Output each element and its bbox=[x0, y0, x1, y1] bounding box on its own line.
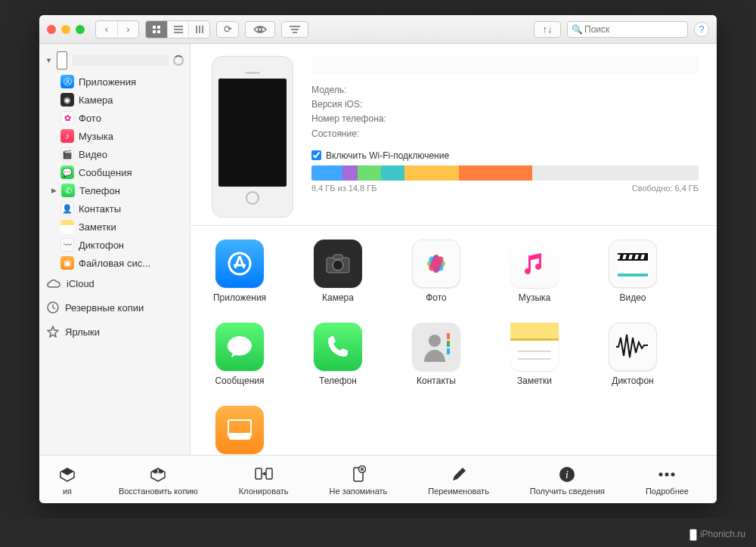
storage-free: Свободно: 6,4 ГБ bbox=[632, 184, 699, 193]
action-clone[interactable]: Клонировать bbox=[239, 464, 289, 496]
main-pane: Модель: Версия iOS: Номер телефона: Сост… bbox=[191, 44, 717, 455]
filesystem-icon bbox=[215, 406, 264, 454]
tile-contacts[interactable]: Контакты bbox=[405, 323, 467, 386]
titlebar: ‹ › ⟳ ↑↓ 🔍 ? bbox=[39, 15, 717, 44]
action-label: ия bbox=[63, 487, 72, 496]
tile-label: Фото bbox=[426, 292, 447, 303]
sidebar-item-contacts[interactable]: 👤Контакты bbox=[47, 199, 190, 218]
tile-apps[interactable]: Приложения bbox=[209, 240, 271, 303]
sidebar-item-music[interactable]: ♪Музыка bbox=[47, 127, 190, 145]
tile-camera[interactable]: Камера bbox=[307, 240, 369, 303]
loading-spinner-icon bbox=[173, 55, 184, 66]
tile-label: Сообщения bbox=[215, 375, 264, 386]
svg-rect-18 bbox=[333, 255, 342, 259]
tile-notes[interactable]: Заметки bbox=[503, 323, 565, 386]
search-container: 🔍 bbox=[567, 21, 688, 38]
tile-filesystem[interactable]: Файловая сист bbox=[209, 406, 271, 455]
section-label: iCloud bbox=[67, 278, 94, 289]
tile-label: Видео bbox=[619, 292, 646, 303]
clone-icon bbox=[253, 464, 274, 485]
filesystem-icon: ▣ bbox=[60, 256, 74, 270]
svg-rect-32 bbox=[618, 274, 648, 277]
phone-call-icon: ✆ bbox=[61, 184, 75, 197]
tile-phone[interactable]: Телефон bbox=[307, 323, 369, 386]
close-button[interactable] bbox=[47, 25, 56, 34]
zoom-button[interactable] bbox=[76, 25, 85, 34]
svg-point-10 bbox=[259, 27, 262, 31]
transfer-button[interactable]: ↑↓ bbox=[534, 21, 561, 38]
action-restore-backup-cut[interactable]: ия bbox=[57, 464, 78, 496]
sidebar-item-messages[interactable]: 💬Сообщения bbox=[47, 163, 190, 181]
section-label: Резервные копии bbox=[65, 302, 144, 314]
action-get-info[interactable]: i Получить сведения bbox=[530, 464, 605, 496]
tile-label: Музыка bbox=[519, 292, 550, 303]
help-button[interactable]: ? bbox=[694, 22, 709, 37]
tile-voice[interactable]: Диктофон bbox=[602, 323, 664, 386]
camera-icon bbox=[314, 240, 362, 288]
device-image bbox=[212, 56, 293, 218]
section-bookmarks[interactable]: Ярлыки bbox=[39, 320, 190, 344]
action-label: Получить сведения bbox=[530, 487, 605, 496]
tile-video[interactable]: Видео bbox=[602, 240, 664, 303]
notes-icon bbox=[510, 323, 559, 371]
action-label: Клонировать bbox=[239, 487, 289, 496]
sidebar-item-label: Диктофон bbox=[79, 240, 124, 251]
tile-photos[interactable]: Фото bbox=[405, 240, 467, 303]
photos-icon: ✿ bbox=[60, 111, 74, 125]
sidebar-item-apps[interactable]: ⒶПриложения bbox=[47, 73, 190, 91]
svg-rect-0 bbox=[153, 26, 156, 29]
svg-point-33 bbox=[429, 335, 441, 347]
appstore-icon bbox=[215, 240, 264, 288]
tile-messages[interactable]: Сообщения bbox=[209, 323, 271, 386]
sidebar-item-label: Приложения bbox=[79, 76, 136, 88]
view-list[interactable] bbox=[167, 21, 188, 38]
device-tree: ⒶПриложения ◉Камера ✿Фото ♪Музыка 🎬Видео… bbox=[47, 73, 190, 272]
section-backups[interactable]: Резервные копии bbox=[39, 295, 190, 320]
quicklook-button[interactable] bbox=[245, 21, 275, 38]
view-icon-grid[interactable] bbox=[146, 21, 167, 38]
label-phone: Номер телефона: bbox=[311, 112, 402, 126]
section-label: Ярлыки bbox=[65, 326, 100, 338]
sidebar-item-photos[interactable]: ✿Фото bbox=[47, 109, 190, 127]
action-restore-copy[interactable]: Восстановить копию bbox=[119, 464, 198, 496]
refresh-button[interactable]: ⟳ bbox=[216, 21, 239, 38]
no-remember-icon bbox=[348, 464, 369, 485]
camera-icon: ◉ bbox=[60, 93, 74, 107]
sidebar-item-voice[interactable]: 〰Диктофон bbox=[47, 236, 190, 254]
sidebar-item-phone[interactable]: ▶✆Телефон bbox=[47, 181, 190, 199]
minimize-button[interactable] bbox=[61, 25, 70, 34]
tile-label: Контакты bbox=[417, 375, 456, 386]
messages-icon bbox=[215, 323, 264, 371]
action-no-remember[interactable]: Не запоминать bbox=[330, 464, 388, 496]
view-columns[interactable] bbox=[188, 21, 209, 38]
action-more[interactable]: Подробнее bbox=[646, 464, 689, 496]
svg-rect-38 bbox=[510, 338, 559, 341]
back-button[interactable]: ‹ bbox=[96, 21, 117, 38]
video-icon bbox=[609, 240, 657, 288]
info-icon: i bbox=[556, 464, 578, 485]
svg-text:i: i bbox=[565, 469, 569, 481]
tile-music[interactable]: Музыка bbox=[503, 240, 565, 303]
svg-rect-1 bbox=[157, 26, 160, 29]
appstore-icon: Ⓐ bbox=[60, 75, 74, 88]
device-info: Модель: Версия iOS: Номер телефона: Сост… bbox=[191, 44, 717, 226]
sort-button[interactable] bbox=[281, 21, 308, 38]
sidebar-item-filesystem[interactable]: ▣Файловая сис... bbox=[47, 254, 190, 272]
sidebar-item-video[interactable]: 🎬Видео bbox=[47, 145, 190, 163]
sidebar-item-notes[interactable]: Заметки bbox=[47, 218, 190, 236]
sidebar-item-camera[interactable]: ◉Камера bbox=[47, 91, 190, 109]
wifi-label: Включить Wi-Fi-подключение bbox=[326, 150, 449, 161]
device-title bbox=[311, 56, 699, 74]
action-label: Восстановить копию bbox=[119, 487, 198, 496]
device-name bbox=[72, 55, 169, 66]
svg-point-17 bbox=[333, 260, 343, 270]
forward-button[interactable]: › bbox=[117, 21, 138, 38]
svg-rect-41 bbox=[228, 420, 251, 434]
section-icloud[interactable]: iCloud bbox=[39, 272, 190, 295]
device-row[interactable]: ▼ bbox=[39, 48, 190, 73]
music-icon: ♪ bbox=[60, 129, 74, 143]
messages-icon: 💬 bbox=[60, 165, 74, 179]
wifi-checkbox[interactable] bbox=[311, 150, 321, 160]
search-input[interactable] bbox=[567, 21, 688, 38]
action-rename[interactable]: Переименовать bbox=[428, 464, 489, 496]
